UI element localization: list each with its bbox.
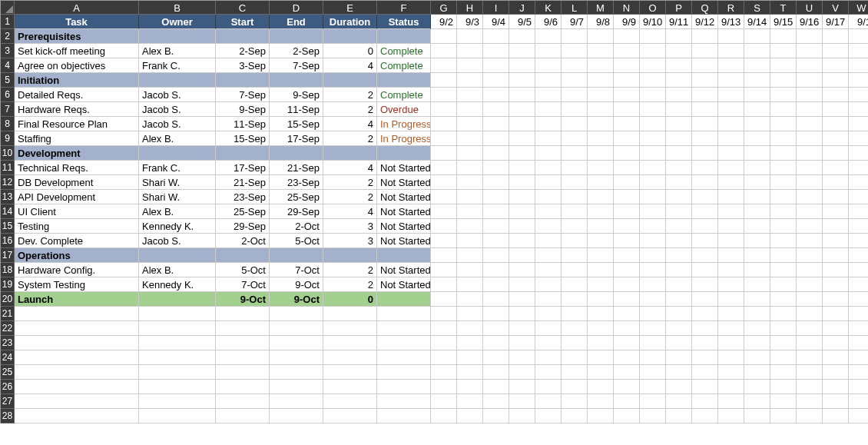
gantt-cell-10-11[interactable] (718, 146, 744, 161)
col-head-F[interactable]: F (377, 1, 431, 15)
status-cell-4[interactable]: Complete (377, 58, 431, 73)
gantt-cell-21-11[interactable] (718, 307, 744, 321)
col-head-K[interactable]: K (535, 1, 562, 15)
section-fill-2-3[interactable] (323, 29, 377, 44)
gantt-cell-2-3[interactable] (509, 29, 535, 44)
gantt-cell-6-14[interactable] (797, 88, 823, 102)
gantt-cell-17-5[interactable] (562, 248, 588, 263)
gantt-cell-5-13[interactable] (770, 73, 797, 88)
gantt-cell-7-5[interactable] (562, 102, 588, 117)
gantt-cell-3-16[interactable] (849, 44, 868, 58)
section-fill-10-1[interactable] (216, 146, 270, 161)
col-head-D[interactable]: D (270, 1, 323, 15)
row-head-9[interactable]: 9 (1, 131, 15, 146)
row-head-22[interactable]: 22 (1, 321, 15, 336)
gantt-cell-26-1[interactable] (457, 380, 483, 394)
gantt-cell-25-2[interactable] (483, 365, 509, 380)
gantt-cell-2-11[interactable] (718, 29, 744, 44)
col-head-H[interactable]: H (457, 1, 483, 15)
gantt-cell-6-1[interactable] (457, 88, 483, 102)
duration-cell-15[interactable]: 3 (323, 219, 377, 234)
section-fill-10-4[interactable] (377, 146, 431, 161)
row-head-3[interactable]: 3 (1, 44, 15, 58)
gantt-cell-28-12[interactable] (744, 409, 770, 423)
section-fill-2-1[interactable] (216, 29, 270, 44)
col-head-O[interactable]: O (640, 1, 666, 15)
gantt-cell-22-1[interactable] (457, 321, 483, 336)
empty-cell-23-2[interactable] (216, 336, 270, 350)
task-cell-7[interactable]: Hardware Reqs. (15, 102, 139, 117)
gantt-cell-8-4[interactable] (535, 117, 562, 131)
gantt-cell-28-2[interactable] (483, 409, 509, 423)
gantt-cell-17-2[interactable] (483, 248, 509, 263)
gantt-cell-21-15[interactable] (823, 307, 849, 321)
gantt-cell-8-15[interactable] (823, 117, 849, 131)
gantt-cell-23-3[interactable] (509, 336, 535, 350)
gantt-cell-16-6[interactable] (588, 234, 614, 248)
gantt-cell-17-16[interactable] (849, 248, 868, 263)
gantt-cell-3-10[interactable] (692, 44, 718, 58)
gantt-cell-3-15[interactable] (823, 44, 849, 58)
gantt-cell-24-14[interactable] (797, 350, 823, 365)
gantt-cell-14-16[interactable] (849, 204, 868, 219)
gantt-cell-6-3[interactable] (509, 88, 535, 102)
gantt-cell-7-11[interactable] (718, 102, 744, 117)
task-cell-19[interactable]: System Testing (15, 277, 139, 292)
gantt-cell-13-11[interactable] (718, 190, 744, 204)
gantt-cell-8-16[interactable] (849, 117, 868, 131)
gantt-cell-28-0[interactable] (431, 409, 457, 423)
end-cell-3[interactable]: 2-Sep (270, 44, 323, 58)
end-cell-16[interactable]: 5-Oct (270, 234, 323, 248)
gantt-cell-27-1[interactable] (457, 394, 483, 409)
start-cell-4[interactable]: 3-Sep (216, 58, 270, 73)
empty-cell-26-1[interactable] (139, 380, 216, 394)
gantt-cell-25-14[interactable] (797, 365, 823, 380)
empty-cell-25-4[interactable] (323, 365, 377, 380)
gantt-cell-21-4[interactable] (535, 307, 562, 321)
owner-cell-11[interactable]: Frank C. (139, 161, 216, 175)
gantt-cell-26-7[interactable] (614, 380, 640, 394)
gantt-cell-4-4[interactable] (535, 58, 562, 73)
row-head-12[interactable]: 12 (1, 175, 15, 190)
gantt-cell-19-12[interactable] (744, 277, 770, 292)
gantt-cell-15-14[interactable] (797, 219, 823, 234)
gantt-cell-27-0[interactable] (431, 394, 457, 409)
empty-cell-24-4[interactable] (323, 350, 377, 365)
row-head-20[interactable]: 20 (1, 292, 15, 307)
gantt-cell-2-10[interactable] (692, 29, 718, 44)
duration-cell-4[interactable]: 4 (323, 58, 377, 73)
gantt-cell-20-14[interactable] (797, 292, 823, 307)
gantt-cell-4-14[interactable] (797, 58, 823, 73)
gantt-cell-11-10[interactable] (692, 161, 718, 175)
owner-cell-6[interactable]: Jacob S. (139, 88, 216, 102)
section-5[interactable]: Initiation (15, 73, 139, 88)
gantt-cell-21-7[interactable] (614, 307, 640, 321)
gantt-cell-21-1[interactable] (457, 307, 483, 321)
gantt-cell-17-6[interactable] (588, 248, 614, 263)
gantt-cell-6-7[interactable] (614, 88, 640, 102)
gantt-cell-6-11[interactable] (718, 88, 744, 102)
empty-cell-22-1[interactable] (139, 321, 216, 336)
gantt-cell-16-7[interactable] (614, 234, 640, 248)
empty-cell-26-4[interactable] (323, 380, 377, 394)
gantt-cell-11-1[interactable] (457, 161, 483, 175)
gantt-cell-9-6[interactable] (588, 131, 614, 146)
empty-cell-25-1[interactable] (139, 365, 216, 380)
end-cell-4[interactable]: 7-Sep (270, 58, 323, 73)
gantt-cell-23-8[interactable] (640, 336, 666, 350)
status-cell-14[interactable]: Not Started (377, 204, 431, 219)
gantt-cell-26-13[interactable] (770, 380, 797, 394)
gantt-cell-2-7[interactable] (614, 29, 640, 44)
gantt-cell-10-12[interactable] (744, 146, 770, 161)
task-cell-6[interactable]: Detailed Reqs. (15, 88, 139, 102)
gantt-cell-4-7[interactable] (614, 58, 640, 73)
gantt-cell-18-15[interactable] (823, 263, 849, 277)
gantt-cell-28-15[interactable] (823, 409, 849, 423)
gantt-cell-8-10[interactable] (692, 117, 718, 131)
duration-cell-13[interactable]: 2 (323, 190, 377, 204)
start-cell-8[interactable]: 11-Sep (216, 117, 270, 131)
gantt-cell-10-5[interactable] (562, 146, 588, 161)
gantt-cell-17-0[interactable] (431, 248, 457, 263)
gantt-cell-17-1[interactable] (457, 248, 483, 263)
start-cell-14[interactable]: 25-Sep (216, 204, 270, 219)
